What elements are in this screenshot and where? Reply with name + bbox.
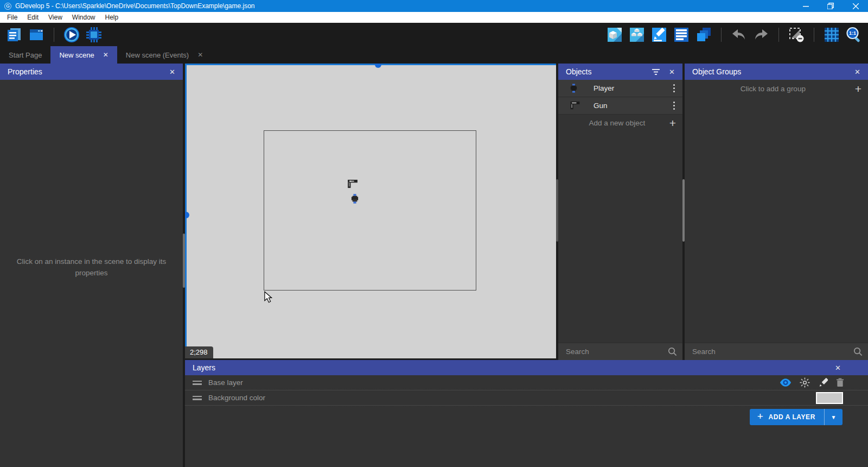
- project-manager-icon[interactable]: [5, 26, 23, 43]
- object-groups-panel: Object Groups ✕ Click to add a group +: [685, 64, 868, 360]
- add-object-icon[interactable]: [606, 26, 623, 43]
- tab-new-scene-events[interactable]: New scene (Events) ✕: [117, 46, 212, 64]
- objects-title: Objects: [566, 67, 591, 76]
- menu-window[interactable]: Window: [67, 12, 100, 23]
- menu-help[interactable]: Help: [100, 12, 124, 23]
- add-layer-dropdown[interactable]: ▼: [824, 409, 843, 425]
- object-name: Player: [593, 84, 614, 92]
- properties-empty-message: Click on an instance in the scene to dis…: [0, 256, 183, 279]
- search-icon: [853, 347, 863, 356]
- layer-row-base[interactable]: Base layer: [185, 375, 868, 390]
- close-icon[interactable]: ✕: [835, 364, 841, 372]
- groups-search: [685, 343, 868, 360]
- minimize-button[interactable]: [793, 0, 818, 12]
- gun-sprite-icon: [570, 102, 580, 110]
- gdevelop-logo-icon: G: [4, 3, 11, 10]
- clear-selection-icon[interactable]: [788, 26, 805, 43]
- layer-effects-icon[interactable]: [800, 377, 810, 388]
- background-color-swatch[interactable]: [816, 392, 843, 404]
- close-button[interactable]: [843, 0, 868, 12]
- title-bar: G GDevelop 5 - C:\Users\Sparkle\OneDrive…: [0, 0, 868, 12]
- play-icon[interactable]: [63, 26, 80, 43]
- object-menu-icon[interactable]: [672, 83, 676, 94]
- drag-handle-icon[interactable]: [193, 381, 202, 385]
- properties-title: Properties: [8, 67, 42, 76]
- properties-header: Properties ✕: [0, 64, 183, 80]
- gdevelop-window: G GDevelop 5 - C:\Users\Sparkle\OneDrive…: [0, 0, 868, 467]
- object-groups-title: Object Groups: [692, 67, 741, 76]
- menu-file[interactable]: File: [2, 12, 22, 23]
- objects-search-input[interactable]: [566, 348, 668, 356]
- edit-scene-icon[interactable]: [650, 26, 668, 43]
- scene-window-top-border: [185, 64, 556, 65]
- tab-start-page[interactable]: Start Page: [0, 46, 50, 64]
- window-controls: [793, 0, 868, 12]
- svg-text:1:1: 1:1: [849, 30, 856, 36]
- close-icon[interactable]: ✕: [669, 68, 675, 76]
- events-sheet-icon[interactable]: [673, 26, 690, 43]
- toolbar-separator: [814, 28, 814, 42]
- edit-layer-pencil-icon[interactable]: [818, 378, 828, 388]
- objects-search: [558, 343, 682, 360]
- toolbar-separator: [54, 28, 54, 42]
- layer-name: Background color: [208, 394, 265, 402]
- debug-icon[interactable]: [85, 26, 103, 43]
- toolbar-separator: [778, 28, 779, 42]
- layers-panel: Layers ✕ Base layer: [185, 360, 868, 467]
- visibility-eye-icon[interactable]: [780, 378, 792, 387]
- start-page-icon[interactable]: [28, 26, 45, 43]
- toolbar-left-group: [5, 26, 103, 43]
- search-icon: [668, 347, 677, 356]
- add-layer-label: ADD A LAYER: [768, 413, 815, 421]
- add-group-row[interactable]: Click to add a group +: [685, 80, 868, 97]
- main-toolbar: 1:1: [0, 23, 868, 46]
- plus-icon: +: [855, 83, 861, 94]
- gun-instance[interactable]: [348, 180, 358, 188]
- layers-header: Layers ✕: [185, 360, 868, 375]
- plus-icon: +: [669, 117, 676, 129]
- restore-button[interactable]: [818, 0, 843, 12]
- player-instance[interactable]: [351, 194, 359, 204]
- scene-window-rect: [264, 130, 476, 291]
- layer-name: Base layer: [208, 378, 243, 387]
- window-title: GDevelop 5 - C:\Users\Sparkle\OneDrive\D…: [15, 2, 255, 10]
- drag-handle-icon[interactable]: [193, 396, 202, 400]
- layers-icon[interactable]: [695, 26, 712, 43]
- tab-close-icon[interactable]: ✕: [103, 51, 108, 59]
- window-handle-left[interactable]: [185, 212, 189, 218]
- mouse-cursor: [264, 291, 272, 303]
- menu-edit[interactable]: Edit: [22, 12, 43, 23]
- cursor-coordinates-badge: 2;298: [185, 346, 213, 358]
- add-object-row[interactable]: Add a new object +: [558, 115, 682, 131]
- close-icon[interactable]: ✕: [169, 68, 175, 76]
- close-icon[interactable]: ✕: [854, 68, 860, 76]
- object-row-player[interactable]: Player: [558, 80, 682, 97]
- delete-layer-trash-icon[interactable]: [836, 378, 844, 387]
- layer-row-background[interactable]: Background color: [185, 390, 868, 406]
- tab-close-icon[interactable]: ✕: [197, 51, 203, 59]
- zoom-original-icon[interactable]: 1:1: [845, 26, 863, 43]
- object-groups-icon[interactable]: [628, 26, 646, 43]
- object-groups-header: Object Groups ✕: [685, 64, 868, 80]
- object-menu-icon[interactable]: [672, 100, 676, 111]
- tab-new-scene[interactable]: New scene ✕: [50, 46, 117, 64]
- plus-icon: +: [757, 411, 764, 422]
- objects-panel: Objects ✕ Player Gun Add a new object +: [558, 64, 682, 360]
- toolbar-right-group: 1:1: [606, 26, 863, 43]
- filter-icon[interactable]: [652, 69, 660, 75]
- toolbar-separator: [721, 28, 722, 42]
- redo-icon[interactable]: [752, 26, 770, 43]
- object-row-gun[interactable]: Gun: [558, 97, 682, 115]
- editor-tabs: Start Page New scene ✕ New scene (Events…: [0, 46, 868, 64]
- scene-window-left-border: [185, 64, 187, 358]
- menu-bar: File Edit View Window Help: [0, 12, 868, 23]
- layers-title: Layers: [193, 363, 215, 372]
- undo-icon[interactable]: [730, 26, 748, 43]
- window-handle-top[interactable]: [375, 64, 381, 68]
- grid-icon[interactable]: [823, 26, 840, 43]
- menu-view[interactable]: View: [43, 12, 67, 23]
- scene-canvas[interactable]: 2;298: [185, 64, 556, 358]
- objects-header: Objects ✕: [558, 64, 682, 80]
- add-layer-button[interactable]: + ADD A LAYER ▼: [750, 409, 843, 425]
- groups-search-input[interactable]: [692, 348, 853, 356]
